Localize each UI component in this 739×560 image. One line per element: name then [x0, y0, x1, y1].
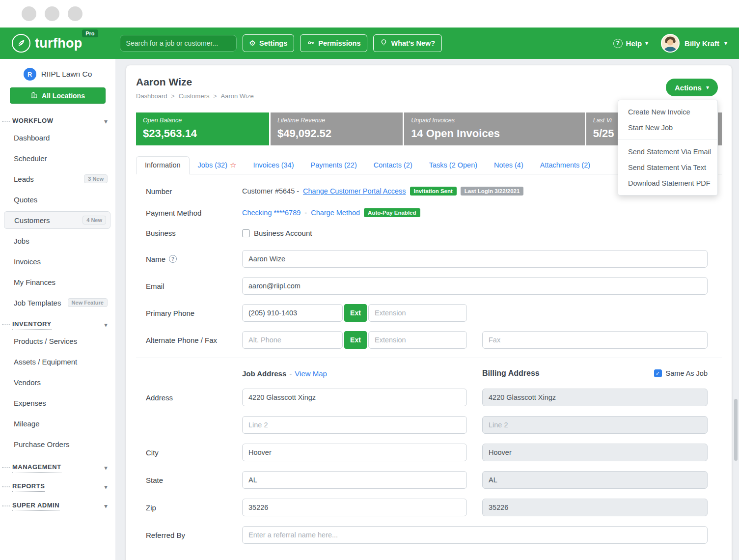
job-address-field[interactable]: [242, 389, 467, 406]
payment-account-link[interactable]: Checking ****6789: [242, 209, 301, 217]
window-control-dot[interactable]: [68, 6, 82, 21]
field-label: State: [146, 476, 242, 484]
chevron-right-icon: >: [171, 93, 175, 100]
sidebar-section-super-admin[interactable]: SUPER ADMIN ▾: [0, 500, 115, 512]
sidebar-section-workflow[interactable]: WORKFLOW ▾: [0, 115, 115, 127]
tab-invoices[interactable]: Invoices (34): [245, 156, 302, 174]
sidebar-section-inventory[interactable]: INVENTORY ▾: [0, 319, 115, 331]
window-control-dot[interactable]: [45, 6, 59, 21]
sidebar-item-my-finances[interactable]: My Finances: [0, 272, 115, 292]
sidebar-item-vendors[interactable]: Vendors: [0, 372, 115, 392]
brand-logo[interactable]: turfhop Pro: [12, 34, 98, 53]
sidebar-item-jobs[interactable]: Jobs: [0, 230, 115, 251]
chevron-down-icon: ▾: [104, 483, 108, 491]
permissions-label: Permissions: [318, 39, 360, 47]
job-zip-field[interactable]: [242, 499, 467, 516]
menu-item-create-new-invoice[interactable]: Create New Invoice: [618, 104, 717, 120]
sidebar-item-invoices[interactable]: Invoices: [0, 251, 115, 272]
company-switcher[interactable]: R RIIPL Lawn Co: [0, 66, 115, 86]
same-as-job-checkbox[interactable]: ✓: [654, 369, 662, 377]
card-header: Aaron Wize Dashboard > Customers > Aaron…: [126, 65, 732, 100]
referred-by-field[interactable]: [242, 526, 708, 544]
name-field[interactable]: [242, 250, 708, 268]
job-state-field[interactable]: [242, 471, 467, 489]
scrollbar-thumb[interactable]: [734, 399, 738, 461]
whats-new-button[interactable]: What's New?: [373, 34, 442, 52]
tab-information[interactable]: Information: [136, 156, 190, 174]
tab-tasks[interactable]: Tasks (2 Open): [421, 156, 486, 174]
main-content: Aaron Wize Dashboard > Customers > Aaron…: [115, 59, 739, 560]
all-locations-button[interactable]: All Locations: [10, 87, 106, 104]
user-menu[interactable]: Billy Kraft ▾: [661, 34, 727, 53]
help-label: Help: [626, 39, 642, 48]
primary-phone-field[interactable]: [242, 304, 343, 322]
menu-item-download-statement-pdf[interactable]: Download Statement PDF: [618, 175, 717, 191]
alt-extension-field[interactable]: [368, 331, 467, 349]
sidebar-item-mileage[interactable]: Mileage: [0, 413, 115, 434]
sidebar-item-quotes[interactable]: Quotes: [0, 189, 115, 210]
gear-icon: ⚙: [249, 40, 256, 47]
sidebar-item-expenses[interactable]: Expenses: [0, 392, 115, 413]
change-portal-access-link[interactable]: Change Customer Portal Access: [303, 187, 406, 195]
charge-method-link[interactable]: Charge Method: [311, 209, 360, 217]
field-label: Payment Method: [146, 209, 242, 217]
job-line2-field[interactable]: [242, 416, 467, 434]
primary-extension-field[interactable]: [368, 304, 467, 322]
settings-button[interactable]: ⚙ Settings: [243, 34, 295, 52]
field-label: Email: [146, 282, 242, 290]
field-label: Zip: [146, 504, 242, 512]
stat-label: Open Balance: [143, 117, 262, 124]
menu-item-start-new-job[interactable]: Start New Job: [618, 120, 717, 136]
row-state: State: [146, 471, 708, 489]
actions-label: Actions: [675, 84, 702, 92]
sidebar-section-reports[interactable]: REPORTS ▾: [0, 481, 115, 493]
tab-contacts[interactable]: Contacts (2): [365, 156, 421, 174]
menu-item-send-statement-email[interactable]: Send Statement Via Email: [618, 144, 717, 160]
section-dots: [2, 486, 10, 487]
sidebar-item-purchase-orders[interactable]: Purchase Orders: [0, 434, 115, 454]
navbar-right: ? Help ▾ Billy Kraft ▾: [613, 34, 727, 53]
sidebar-item-products-services[interactable]: Products / Services: [0, 331, 115, 351]
help-tooltip-icon[interactable]: ?: [169, 255, 177, 263]
sidebar-item-label: Products / Services: [14, 337, 77, 345]
row-primary-phone: Primary Phone Ext: [146, 304, 708, 322]
sidebar-item-scheduler[interactable]: Scheduler: [0, 148, 115, 168]
alt-phone-field[interactable]: [242, 331, 343, 349]
view-map-link[interactable]: View Map: [295, 369, 327, 378]
menu-divider: [618, 140, 717, 140]
tab-jobs[interactable]: Jobs (32)☆: [190, 156, 245, 174]
section-label: MANAGEMENT: [12, 463, 61, 473]
key-icon: [307, 39, 315, 48]
window-control-dot[interactable]: [22, 6, 36, 21]
breadcrumb-customers[interactable]: Customers: [179, 92, 210, 100]
email-field[interactable]: [242, 277, 708, 295]
field-label: Alternate Phone / Fax: [146, 336, 242, 344]
fax-field[interactable]: [482, 331, 708, 349]
sidebar-item-customers[interactable]: Customers4 New: [4, 211, 110, 229]
row-email: Email: [146, 277, 708, 295]
search-input[interactable]: [120, 35, 237, 52]
section-label: INVENTORY: [12, 320, 52, 330]
sidebar-section-management[interactable]: MANAGEMENT ▾: [0, 462, 115, 474]
job-city-field[interactable]: [242, 444, 467, 461]
tab-payments[interactable]: Payments (22): [302, 156, 365, 174]
breadcrumb-dashboard[interactable]: Dashboard: [136, 92, 167, 100]
sidebar: R RIIPL Lawn Co All Locations WORKFLOW ▾…: [0, 59, 115, 560]
actions-button[interactable]: Actions ▾: [666, 79, 718, 96]
business-account-checkbox[interactable]: [242, 229, 250, 237]
tab-notes[interactable]: Notes (4): [486, 156, 532, 174]
tab-attachments[interactable]: Attachments (2): [532, 156, 599, 174]
sidebar-item-assets-equipment[interactable]: Assets / Equipment: [0, 351, 115, 372]
sidebar-item-job-templates[interactable]: Job TemplatesNew Feature: [0, 292, 115, 313]
row-zip: Zip: [146, 499, 708, 516]
field-label: Referred By: [146, 531, 242, 539]
stat-unpaid-invoices: Unpaid Invoices 14 Open Invoices: [404, 112, 585, 145]
sidebar-item-label: Jobs: [14, 237, 29, 245]
menu-item-send-statement-text[interactable]: Send Statement Via Text: [618, 160, 717, 175]
sidebar-item-dashboard[interactable]: Dashboard: [0, 127, 115, 148]
settings-label: Settings: [259, 39, 287, 47]
workflow-list: Dashboard Scheduler Leads3 New Quotes Cu…: [0, 127, 115, 313]
permissions-button[interactable]: Permissions: [300, 34, 367, 52]
sidebar-item-leads[interactable]: Leads3 New: [0, 168, 115, 189]
help-menu[interactable]: ? Help ▾: [613, 39, 649, 48]
